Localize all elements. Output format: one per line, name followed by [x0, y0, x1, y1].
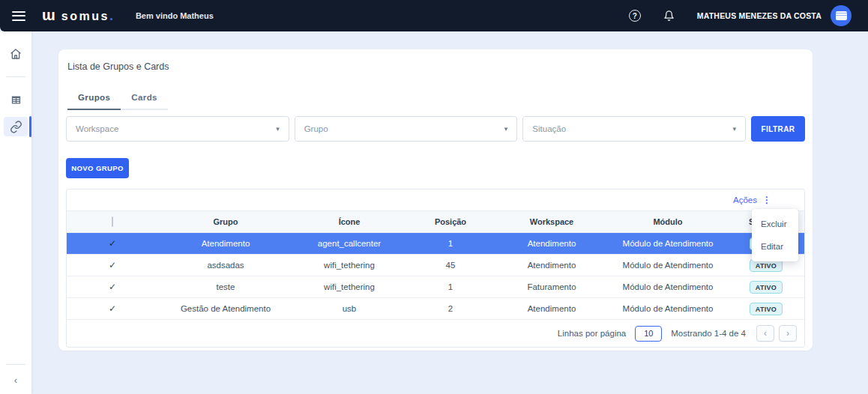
user-chip[interactable]: MATHEUS MENEZES DA COSTA	[697, 5, 852, 26]
novo-grupo-button[interactable]: NOVO GRUPO	[66, 158, 129, 178]
rows-per-page-label: Linhas por página	[558, 329, 626, 338]
tab-grupos[interactable]: Grupos	[67, 88, 121, 110]
next-page-button[interactable]: ›	[779, 325, 797, 342]
workspace-select[interactable]: Workspace ▾	[66, 116, 289, 142]
situacao-select[interactable]: Situação ▾	[522, 116, 746, 142]
cell-posicao: 45	[406, 261, 495, 270]
table-actions-row: Ações ⋮	[67, 190, 804, 210]
cell-posicao: 2	[406, 304, 495, 313]
help-glyph: ?	[633, 12, 637, 20]
cell-grupo: asdsadas	[158, 261, 293, 270]
pagination: ‹ ›	[756, 325, 797, 342]
cell-icone: agent_callcenter	[293, 239, 406, 248]
cell-icone: usb	[293, 304, 406, 313]
notifications-icon[interactable]	[663, 10, 675, 22]
col-workspace: Workspace	[495, 217, 608, 226]
list-icon	[10, 94, 22, 106]
col-modulo: Módulo	[608, 217, 728, 226]
col-grupo: Grupo	[158, 217, 293, 226]
status-badge: ATIVO	[750, 303, 783, 315]
active-indicator	[29, 116, 31, 137]
sidebar-divider	[6, 76, 25, 77]
grupo-placeholder: Grupo	[304, 124, 504, 133]
table-footer: Linhas por página Mostrando 1-4 de 4 ‹ ›	[67, 320, 804, 347]
cell-modulo: Módulo de Atendimento	[608, 304, 728, 313]
cell-icone: wifi_tethering	[293, 261, 406, 270]
brand-dot: .	[109, 8, 113, 24]
menu-item-editar[interactable]: Editar	[752, 235, 798, 258]
col-icone: Ícone	[293, 217, 406, 226]
menu-icon[interactable]	[12, 11, 25, 21]
check-icon[interactable]: ✓	[109, 303, 116, 314]
cell-grupo: Atendimento	[158, 239, 293, 248]
acoes-label: Ações	[733, 196, 757, 204]
cell-grupo: Gestão de Atendimento	[158, 304, 293, 313]
sidebar-item-list[interactable]	[0, 89, 31, 110]
col-posicao: Posição	[406, 217, 495, 226]
table-header: Grupo Ícone Posição Workspace Módulo Sit…	[67, 210, 804, 233]
acoes-button[interactable]: Ações ⋮	[733, 195, 771, 205]
cell-workspace: Atendimento	[495, 239, 608, 248]
filter-bar: Workspace ▾ Grupo ▾ Situação ▾ FILTRAR	[66, 116, 805, 142]
brand-mark-icon: ɯ	[42, 7, 55, 22]
collapse-sidebar-icon[interactable]: ‹	[10, 374, 22, 387]
welcome-text: Bem vindo Matheus	[136, 11, 214, 20]
help-icon[interactable]: ?	[629, 10, 641, 22]
link-icon	[10, 121, 22, 133]
actions-menu: Excluir Editar	[752, 209, 798, 261]
tab-cards[interactable]: Cards	[121, 88, 168, 110]
check-icon[interactable]: ✓	[109, 260, 116, 270]
avatar[interactable]	[831, 5, 852, 26]
caret-down-icon: ▾	[732, 125, 736, 133]
filtrar-button[interactable]: FILTRAR	[751, 116, 805, 142]
brand-text: somus	[61, 10, 109, 23]
sidebar-item-home[interactable]	[0, 43, 31, 64]
cell-modulo: Módulo de Atendimento	[608, 239, 728, 248]
cell-grupo: teste	[158, 282, 293, 291]
tabs: Grupos Cards	[67, 88, 805, 110]
situacao-placeholder: Situação	[532, 124, 732, 133]
somus-logo: ɯ somus .	[42, 7, 113, 24]
page-title: Lista de Grupos e Cards	[67, 61, 805, 72]
check-icon[interactable]: ✓	[109, 282, 116, 292]
table-row[interactable]: ✓ teste wifi_tethering 1 Faturamento Mód…	[67, 276, 804, 298]
app-window: ɯ somus . Bem vindo Matheus ? MATHEUS ME…	[0, 0, 868, 394]
prev-page-button[interactable]: ‹	[756, 325, 774, 342]
caret-down-icon: ▾	[504, 125, 508, 133]
cell-workspace: Atendimento	[495, 304, 608, 313]
kebab-icon: ⋮	[762, 195, 771, 205]
rows-per-page-input[interactable]	[635, 326, 662, 342]
cell-posicao: 1	[406, 282, 495, 291]
topbar: ɯ somus . Bem vindo Matheus ? MATHEUS ME…	[0, 0, 868, 31]
avatar-image	[836, 11, 847, 20]
cell-icone: wifi_tethering	[293, 282, 406, 291]
status-badge: ATIVO	[750, 281, 783, 294]
sidebar: ‹	[0, 31, 31, 394]
groups-table: Ações ⋮ Grupo Ícone Posição Workspace Mó…	[66, 189, 805, 348]
topbar-right: ? MATHEUS MENEZES DA COSTA	[629, 5, 852, 26]
sidebar-item-grupos-cards[interactable]	[0, 116, 31, 137]
home-icon	[10, 48, 22, 60]
table-row[interactable]: ✓ Gestão de Atendimento usb 2 Atendiment…	[67, 298, 804, 320]
cell-posicao: 1	[406, 239, 495, 248]
cell-workspace: Faturamento	[495, 282, 608, 291]
user-name: MATHEUS MENEZES DA COSTA	[697, 11, 822, 20]
sidebar-divider	[6, 364, 25, 365]
cell-workspace: Atendimento	[495, 261, 608, 270]
sidebar-bottom: ‹	[0, 364, 31, 387]
check-icon[interactable]: ✓	[109, 238, 116, 249]
menu-item-excluir[interactable]: Excluir	[752, 213, 798, 235]
workspace-placeholder: Workspace	[76, 124, 276, 133]
cell-modulo: Módulo de Atendimento	[608, 261, 728, 270]
table-row[interactable]: ✓ Atendimento agent_callcenter 1 Atendim…	[67, 233, 804, 255]
chevron-left-icon: ‹	[764, 328, 767, 339]
grupo-select[interactable]: Grupo ▾	[295, 116, 518, 142]
content-card: Lista de Grupos e Cards Grupos Cards Wor…	[58, 49, 813, 351]
showing-label: Mostrando 1-4 de 4	[671, 329, 746, 338]
cell-modulo: Módulo de Atendimento	[608, 282, 728, 291]
chevron-right-icon: ›	[786, 328, 789, 339]
caret-down-icon: ▾	[276, 125, 280, 133]
table-row[interactable]: ✓ asdsadas wifi_tethering 45 Atendimento…	[67, 255, 804, 276]
select-all-checkbox[interactable]	[112, 216, 113, 227]
